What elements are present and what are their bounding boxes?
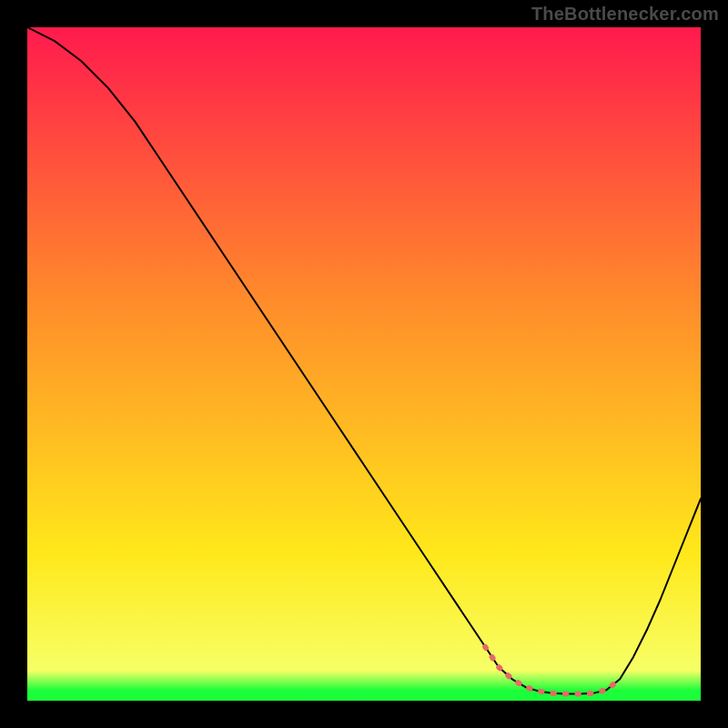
chart-container: TheBottlenecker.com: [0, 0, 728, 728]
watermark-label: TheBottlenecker.com: [531, 4, 719, 25]
chart-svg: [27, 27, 701, 701]
plot-area: [27, 27, 701, 701]
chart-background: [27, 27, 701, 701]
